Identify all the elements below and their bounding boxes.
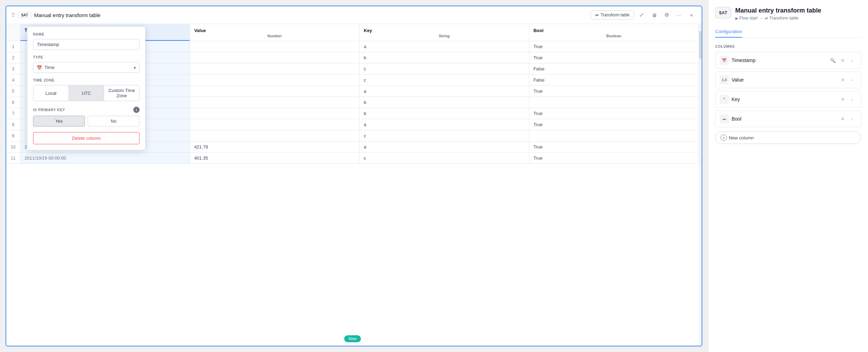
value-cell-1[interactable] <box>190 41 359 52</box>
main-panel: ⠿ $AT Manual entry transform table ⇌ Tra… <box>0 0 708 352</box>
table-container: ⠿ $AT Manual entry transform table ⇌ Tra… <box>6 6 702 346</box>
transform-table-breadcrumb-label: Transform table <box>770 16 799 21</box>
plus-circle-icon: + <box>720 135 727 141</box>
key-cell-6[interactable]: b <box>360 97 529 108</box>
key-cell-4[interactable]: c <box>360 75 529 86</box>
bool-cell-4[interactable]: False <box>529 75 699 86</box>
sidebar-header: $AT Manual entry transform table ▶ Flow … <box>715 7 861 21</box>
col-name-key: Key <box>364 28 372 33</box>
transform-table-icon: ⇌ <box>595 13 599 17</box>
bool-cell-11[interactable]: True <box>529 153 699 164</box>
key-cell-1[interactable]: a <box>360 41 529 52</box>
value-delete-button[interactable]: ✕ <box>838 76 847 84</box>
key-cell-10[interactable]: a <box>360 141 529 153</box>
no-button[interactable]: No <box>88 116 140 127</box>
col-header-key[interactable]: Key String <box>360 24 529 41</box>
close-button[interactable]: × <box>686 10 697 20</box>
bool-cell-7[interactable]: True <box>529 108 699 119</box>
tab-configuration[interactable]: Configuration <box>715 26 742 38</box>
type-select-wrapper: 📅 Time Number String Boolean ▾ <box>33 62 140 73</box>
timestamp-search-button[interactable]: 🔍 <box>829 56 837 64</box>
col-header-bool[interactable]: Bool Boolean <box>529 24 699 41</box>
value-cell-3[interactable] <box>190 63 359 75</box>
scroll-thumb[interactable] <box>699 31 701 59</box>
type-section-label: TYPE <box>33 55 140 59</box>
value-type-icon: 1.0 <box>720 75 729 84</box>
transform-table-button[interactable]: ⇌ Transform table <box>591 10 634 20</box>
delete-column-button[interactable]: Delete column <box>33 132 140 144</box>
table-title: Manual entry transform table <box>34 12 588 18</box>
key-expand-button[interactable]: › <box>848 95 857 104</box>
value-cell-6[interactable] <box>190 97 359 108</box>
timezone-group: Local UTC Custom Time Zone <box>33 85 140 101</box>
value-cell-5[interactable] <box>190 86 359 97</box>
column-name-input[interactable] <box>33 39 140 50</box>
timezone-utc-button[interactable]: UTC <box>69 85 104 101</box>
scrollbar[interactable] <box>699 24 702 346</box>
col-name-bool: Bool <box>534 28 544 33</box>
key-cell-11[interactable]: c <box>360 153 529 164</box>
breadcrumb-flow-start[interactable]: Flow start <box>740 16 758 21</box>
value-cell-9[interactable] <box>190 130 359 141</box>
bool-cell-8[interactable]: True <box>529 119 699 130</box>
bool-delete-button[interactable]: ✕ <box>838 115 847 123</box>
timestamp-expand-button[interactable]: › <box>848 56 857 64</box>
bool-cell-1[interactable]: True <box>529 41 699 52</box>
fullscreen-button[interactable]: ⤢ <box>636 10 647 20</box>
transform-table-breadcrumb-icon: ⇌ <box>765 16 768 21</box>
key-cell-5[interactable]: a <box>360 86 529 97</box>
row-num-10: 10 <box>6 141 20 153</box>
key-delete-button[interactable]: ✕ <box>838 95 847 104</box>
value-cell-8[interactable] <box>190 119 359 130</box>
value-cell-4[interactable] <box>190 75 359 86</box>
bool-cell-2[interactable]: True <box>529 52 699 63</box>
key-type-icon: " <box>720 95 729 104</box>
monitor-button[interactable]: 🖥 <box>649 10 659 20</box>
value-cell-10[interactable]: 421.78 <box>190 141 359 153</box>
timezone-custom-button[interactable]: Custom Time Zone <box>104 85 139 101</box>
row-num-header <box>6 24 20 41</box>
yes-no-group: Yes No <box>33 116 140 127</box>
key-cell-8[interactable]: a <box>360 119 529 130</box>
value-cell-11[interactable]: 401.35 <box>190 153 359 164</box>
new-column-button[interactable]: + New column <box>715 131 861 144</box>
settings-button[interactable]: ⚙ <box>661 10 672 20</box>
bool-cell-5[interactable]: True <box>529 86 699 97</box>
primary-key-label: IS PRIMARY KEY <box>33 108 65 112</box>
bool-type-icon: ▬ <box>720 114 729 123</box>
sidebar-title-area: Manual entry transform table ▶ Flow star… <box>735 7 821 21</box>
timestamp-cell-11[interactable]: 2011/10/19 00:00:00 <box>20 153 190 164</box>
info-icon[interactable]: i <box>133 107 140 113</box>
bool-cell-10[interactable]: True <box>529 141 699 153</box>
bool-cell-9[interactable] <box>529 130 699 141</box>
key-cell-7[interactable]: b <box>360 108 529 119</box>
breadcrumb: ▶ Flow start → ⇌ Transform table <box>735 16 821 21</box>
timezone-local-button[interactable]: Local <box>33 85 69 101</box>
header-actions: ⇌ Transform table ⤢ 🖥 ⚙ ··· × <box>591 10 697 20</box>
key-cell-2[interactable]: b <box>360 52 529 63</box>
row-num-6: 6 <box>6 97 20 108</box>
value-expand-button[interactable]: › <box>848 76 857 84</box>
bool-cell-3[interactable]: False <box>529 63 699 75</box>
value-cell-2[interactable] <box>190 52 359 63</box>
type-select-calendar-icon: 📅 <box>37 65 42 70</box>
column-actions-timestamp: 🔍 ✕ › <box>829 56 857 64</box>
bool-cell-6[interactable] <box>529 97 699 108</box>
more-button[interactable]: ··· <box>674 10 684 20</box>
column-config-popup: NAME TYPE 📅 Time Number String Boolean ▾… <box>27 26 145 150</box>
row-num-4: 4 <box>6 75 20 86</box>
yes-button[interactable]: Yes <box>33 116 85 127</box>
drag-handle-icon[interactable]: ⠿ <box>11 12 15 18</box>
column-item-key: " Key ✕ › <box>715 91 861 108</box>
key-cell-9[interactable]: c <box>360 130 529 141</box>
sat-badge: $AT <box>18 12 31 18</box>
breadcrumb-transform-table[interactable]: ⇌ Transform table <box>765 16 799 21</box>
column-item-bool: ▬ Bool ✕ › <box>715 110 861 127</box>
key-cell-3[interactable]: c <box>360 63 529 75</box>
timestamp-delete-button[interactable]: ✕ <box>838 56 847 64</box>
value-cell-7[interactable] <box>190 108 359 119</box>
type-select[interactable]: Time Number String Boolean <box>33 62 140 73</box>
col-header-value[interactable]: Value Number <box>190 24 359 41</box>
bool-expand-button[interactable]: › <box>848 115 857 123</box>
column-actions-value: ✕ › <box>838 76 857 84</box>
